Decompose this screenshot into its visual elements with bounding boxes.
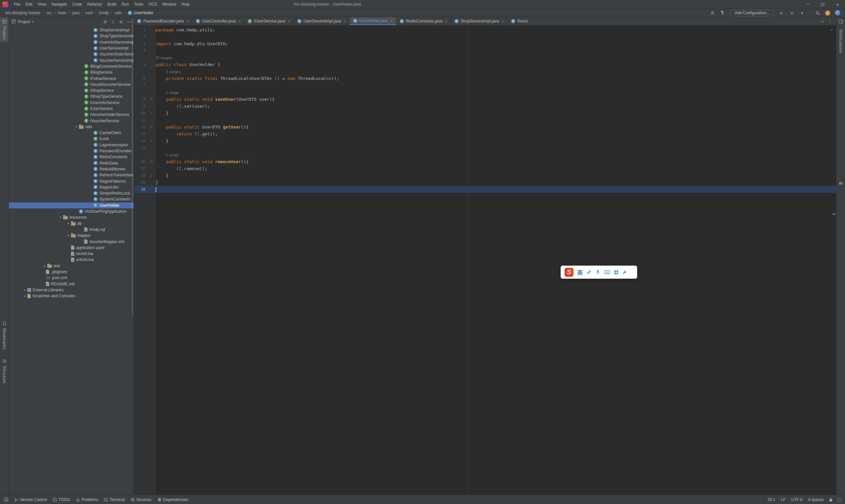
tree-item[interactable]: IIBlogCommentsService — [9, 64, 133, 69]
locate-file-icon[interactable] — [103, 20, 107, 24]
minimize-button[interactable] — [801, 0, 815, 8]
tree-item[interactable]: CShopServiceImpl — [9, 27, 133, 33]
breadcrumb-item[interactable]: hmdp — [99, 11, 109, 15]
breadcrumb-item[interactable]: CUserHolder — [128, 11, 154, 15]
tree-item[interactable]: CUserInfoServiceImpl — [9, 39, 133, 45]
tree-item[interactable]: IIShopTypeService — [9, 93, 133, 100]
add-configuration-button[interactable]: Add Configuration... — [730, 10, 774, 17]
tree-item[interactable]: CRedisConstants — [9, 154, 133, 160]
menu-build[interactable]: Build — [105, 0, 119, 8]
breadcrumb-item[interactable]: utils — [115, 11, 122, 15]
menu-window[interactable]: Window — [160, 0, 179, 8]
tree-item[interactable]: ▸Scratches and Consoles — [9, 293, 133, 299]
tree-item[interactable]: ▾mapper — [9, 233, 133, 238]
tree-item[interactable]: IILock — [9, 136, 133, 142]
chevron-down-icon[interactable]: ▾ — [66, 222, 71, 225]
breadcrumb-item[interactable]: com — [86, 11, 93, 15]
tab-close-icon[interactable]: × — [344, 19, 346, 24]
fold-end-icon[interactable]: ⇧ — [147, 172, 156, 179]
chevron-right-icon[interactable]: ▸ — [22, 288, 28, 292]
tree-item[interactable]: CVoucherServiceImpl — [9, 57, 133, 63]
tree-item[interactable]: VoucherMapper.xml — [9, 238, 133, 245]
statusbar-version-control[interactable]: Version Control — [14, 498, 47, 502]
code-line[interactable]: public class UserHolder { — [156, 61, 836, 68]
tree-item[interactable]: CRefreshTokenInterceptor — [9, 172, 133, 178]
code-line[interactable]: } — [156, 172, 836, 179]
menu-navigate[interactable]: Navigate — [49, 0, 70, 8]
tab-close-icon[interactable]: × — [238, 19, 241, 24]
tree-item[interactable]: IIShopService — [9, 88, 133, 93]
user-avatar[interactable] — [835, 10, 840, 16]
statusbar-problems[interactable]: Problems — [76, 498, 98, 502]
code-line[interactable]: 21 usages — [156, 54, 836, 61]
tree-item[interactable]: ▾utils — [9, 124, 133, 130]
chevron-down-icon[interactable]: ▾ — [74, 125, 79, 128]
code-line[interactable]: } — [156, 110, 836, 116]
code-line[interactable]: private static final ThreadLocal<UserDTO… — [156, 75, 836, 82]
ide-update-icon[interactable]: ↑ — [825, 11, 830, 16]
maven-tool-icon[interactable]: m — [839, 181, 843, 186]
tree-item[interactable]: IIBlogService — [9, 69, 133, 75]
tree-item[interactable]: ▾db — [9, 221, 133, 227]
search-everywhere-icon[interactable] — [815, 10, 820, 16]
code-line[interactable]: public static void saveUser(UserDTO user… — [156, 96, 836, 103]
tree-item[interactable]: CRegexUtils — [9, 184, 133, 190]
statusbar-dependencies[interactable]: Dependencies — [158, 498, 188, 502]
chevron-down-icon[interactable]: ▾ — [32, 20, 34, 23]
tree-item[interactable]: mpom.xml — [9, 275, 133, 281]
code-line[interactable] — [156, 33, 836, 40]
code-line[interactable] — [156, 116, 836, 124]
hidden-tabs-chevron-icon[interactable] — [821, 19, 824, 22]
menu-run[interactable]: Run — [119, 0, 131, 8]
code-line[interactable]: } — [156, 138, 836, 144]
tool-window-button-project[interactable]: Project — [0, 17, 8, 42]
ime-language-mode[interactable]: 英 — [577, 268, 583, 276]
tree-item[interactable]: IIUserService — [9, 106, 133, 112]
menu-view[interactable]: View — [35, 0, 49, 8]
sogou-logo-icon[interactable]: S — [564, 268, 573, 277]
chevron-down-icon[interactable]: ▾ — [66, 234, 71, 237]
editor-tab[interactable]: CResul — [508, 17, 531, 25]
tree-item[interactable]: ▸test — [9, 263, 133, 269]
fold-start-icon[interactable]: ↺ — [147, 96, 156, 103]
tree-item[interactable]: hmdp.sql — [9, 227, 133, 233]
fold-end-icon[interactable]: ⇧ — [147, 110, 156, 116]
statusbar-todo[interactable]: TODO — [53, 498, 70, 502]
build-hammer-icon[interactable] — [720, 10, 725, 16]
debug-icon[interactable] — [789, 10, 794, 16]
tree-item[interactable]: ▾resources — [9, 214, 133, 220]
code-line[interactable]: package com.hmdp.utils; — [156, 26, 836, 33]
tree-item[interactable]: CSimpleRedisLock — [9, 190, 133, 196]
code-line[interactable]: 3 usages — [156, 68, 836, 75]
tree-item[interactable]: CRegexPatterns — [9, 178, 133, 184]
chevron-right-icon[interactable]: ▸ — [42, 264, 47, 268]
tree-item[interactable]: CRedisData — [9, 160, 133, 166]
code-line[interactable]: public static UserDTO getUser(){ — [156, 124, 836, 130]
run-icon[interactable]: ▶ — [779, 10, 784, 16]
editor-tab[interactable]: CRedisConstants.java× — [396, 17, 451, 25]
inspections-ok-icon[interactable]: ✓ — [830, 27, 833, 32]
tool-window-switcher-icon[interactable] — [4, 498, 8, 502]
tree-item[interactable]: .gitignore — [9, 269, 133, 275]
code-line[interactable]: 1 usage — [156, 151, 836, 158]
breadcrumb-item[interactable]: main — [58, 11, 66, 15]
tree-item[interactable]: IIFollowService — [9, 75, 133, 81]
fold-end-icon[interactable]: ⇧ — [147, 138, 156, 144]
tree-item[interactable]: CVoucherOrderServiceImpl — [9, 51, 133, 57]
tool-window-button-layout[interactable] — [837, 17, 845, 27]
code-editor[interactable]: 1package com.hmdp.utils;23import com.hmd… — [134, 25, 836, 495]
tree-item[interactable]: CCacheClient — [9, 130, 133, 136]
menu-code[interactable]: Code — [70, 0, 85, 8]
code-line[interactable]: } — [156, 179, 836, 186]
usages-inlay-hint[interactable]: 1 usage — [166, 89, 179, 96]
code-line[interactable]: 1 usage — [156, 89, 836, 96]
fold-start-icon[interactable]: ↺ — [147, 124, 156, 130]
code-line[interactable] — [156, 186, 836, 193]
keyboard-icon[interactable] — [604, 270, 610, 275]
breadcrumb-item[interactable]: java — [72, 11, 79, 15]
tool-window-button-bookmarks[interactable]: Bookmarks — [0, 319, 8, 352]
tree-item[interactable]: ▸External Libraries — [9, 287, 133, 293]
handwriting-pen-icon[interactable] — [586, 270, 592, 275]
code-line[interactable]: return tl.get(); — [156, 130, 836, 138]
chevron-right-icon[interactable]: ▸ — [22, 294, 28, 298]
